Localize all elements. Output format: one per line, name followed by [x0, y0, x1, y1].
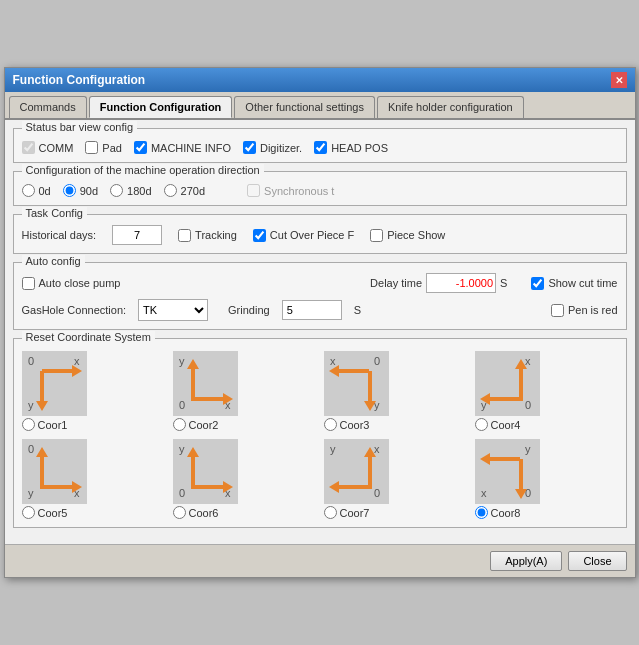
svg-text:y: y — [28, 487, 34, 499]
svg-text:0: 0 — [179, 399, 185, 411]
pen-is-red-label: Pen is red — [568, 304, 618, 316]
sync-checkbox[interactable] — [247, 184, 260, 197]
dir-180d-item: 180d — [110, 184, 151, 197]
close-icon[interactable]: ✕ — [611, 72, 627, 88]
svg-marker-12 — [193, 397, 223, 401]
svg-marker-44 — [193, 485, 223, 489]
coord4-svg: 0 y x — [475, 351, 540, 416]
coord7-radio[interactable] — [324, 506, 337, 519]
dir-270d-label: 270d — [181, 185, 205, 197]
status-bar-items: COMM Pad MACHINE INFO Digitizer. HEAD PO… — [22, 135, 618, 154]
gashole-select[interactable]: TK SK None — [138, 299, 208, 321]
pen-is-red-checkbox[interactable] — [551, 304, 564, 317]
piece-show-label: Piece Show — [387, 229, 445, 241]
coord1-item: 0 x y Coor1 — [22, 351, 165, 431]
status-head-pos-label: HEAD POS — [331, 142, 388, 154]
status-digitizer-item: Digitizer. — [243, 141, 302, 154]
svg-marker-20 — [339, 369, 369, 373]
coord1-svg: 0 x y — [22, 351, 87, 416]
close-button[interactable]: Close — [568, 551, 626, 571]
svg-text:0: 0 — [28, 443, 34, 455]
cut-over-checkbox[interactable] — [253, 229, 266, 242]
dir-180d-radio[interactable] — [110, 184, 123, 197]
svg-text:y: y — [330, 443, 336, 455]
cut-over-label: Cut Over Piece F — [270, 229, 354, 241]
auto-close-pump-checkbox[interactable] — [22, 277, 35, 290]
historical-input[interactable]: 7 — [112, 225, 162, 245]
tab-knife-holder[interactable]: Knife holder configuration — [377, 96, 524, 118]
coord6-radio[interactable] — [173, 506, 186, 519]
svg-text:y: y — [374, 399, 380, 411]
tab-other-functional[interactable]: Other functional settings — [234, 96, 375, 118]
coord3-item: 0 x y Coor3 — [324, 351, 467, 431]
delay-time-input[interactable] — [426, 273, 496, 293]
status-digitizer-label: Digitizer. — [260, 142, 302, 154]
tab-content: Status bar view config COMM Pad MACHINE … — [5, 120, 635, 544]
coord3-radio[interactable] — [324, 418, 337, 431]
auto-config-top-row: Auto close pump Delay time S Show cut ti… — [22, 273, 618, 293]
tracking-label: Tracking — [195, 229, 237, 241]
apply-button[interactable]: Apply(A) — [490, 551, 562, 571]
coord4-label: Coor4 — [491, 419, 521, 431]
status-comm-item: COMM — [22, 141, 74, 154]
status-comm-label: COMM — [39, 142, 74, 154]
svg-text:x: x — [330, 355, 336, 367]
svg-marker-38 — [40, 457, 44, 489]
status-head-pos-checkbox[interactable] — [314, 141, 327, 154]
svg-marker-30 — [519, 369, 523, 401]
coord3-label: Coor3 — [340, 419, 370, 431]
auto-config-group: Auto config Auto close pump Delay time S… — [13, 262, 627, 330]
status-digitizer-checkbox[interactable] — [243, 141, 256, 154]
machine-direction-group: Configuration of the machine operation d… — [13, 171, 627, 206]
status-machine-info-checkbox[interactable] — [134, 141, 147, 154]
coord8-radio[interactable] — [475, 506, 488, 519]
svg-marker-22 — [368, 371, 372, 401]
tab-function-config[interactable]: Function Configuration — [89, 96, 233, 118]
sync-label: Synchronous t — [264, 185, 334, 197]
dir-0d-radio[interactable] — [22, 184, 35, 197]
piece-show-checkbox[interactable] — [370, 229, 383, 242]
svg-marker-4 — [42, 369, 72, 373]
coord2-label: Coor2 — [189, 419, 219, 431]
svg-text:0: 0 — [374, 487, 380, 499]
svg-text:y: y — [179, 443, 185, 455]
svg-text:y: y — [28, 399, 34, 411]
svg-marker-60 — [490, 457, 520, 461]
dir-90d-radio[interactable] — [63, 184, 76, 197]
coord8-label: Coor8 — [491, 507, 521, 519]
coord3-radio-row: Coor3 — [324, 418, 370, 431]
grinding-input[interactable] — [282, 300, 342, 320]
svg-text:0: 0 — [525, 487, 531, 499]
dir-270d-radio[interactable] — [164, 184, 177, 197]
coord5-label: Coor5 — [38, 507, 68, 519]
coord1-radio[interactable] — [22, 418, 35, 431]
status-bar-group: Status bar view config COMM Pad MACHINE … — [13, 128, 627, 163]
historical-label: Historical days: — [22, 229, 97, 241]
status-pad-checkbox[interactable] — [85, 141, 98, 154]
svg-text:x: x — [74, 355, 80, 367]
machine-direction-options: 0d 90d 180d 270d Synchronous t — [22, 184, 618, 197]
reset-coordinate-group: Reset Coordinate System 0 x y — [13, 338, 627, 528]
status-comm-checkbox[interactable] — [22, 141, 35, 154]
coord5-item: y 0 x Coor5 — [22, 439, 165, 519]
main-window: Function Configuration ✕ Commands Functi… — [4, 67, 636, 578]
coord4-item: 0 y x Coor4 — [475, 351, 618, 431]
cut-over-item: Cut Over Piece F — [253, 229, 354, 242]
coord6-radio-row: Coor6 — [173, 506, 219, 519]
delay-time-section: Delay time S — [370, 273, 507, 293]
coord7-label: Coor7 — [340, 507, 370, 519]
coord5-radio[interactable] — [22, 506, 35, 519]
coord8-item: y 0 x Coor8 — [475, 439, 618, 519]
svg-marker-52 — [339, 485, 369, 489]
show-cut-time-checkbox[interactable] — [531, 277, 544, 290]
task-config-title: Task Config — [22, 207, 87, 219]
tracking-checkbox[interactable] — [178, 229, 191, 242]
svg-marker-46 — [191, 457, 195, 489]
auto-close-pump-label: Auto close pump — [39, 277, 121, 289]
coord4-radio[interactable] — [475, 418, 488, 431]
coord6-item: 0 x y Coor6 — [173, 439, 316, 519]
status-pad-item: Pad — [85, 141, 122, 154]
tab-commands[interactable]: Commands — [9, 96, 87, 118]
svg-marker-14 — [191, 369, 195, 401]
coord2-radio[interactable] — [173, 418, 186, 431]
